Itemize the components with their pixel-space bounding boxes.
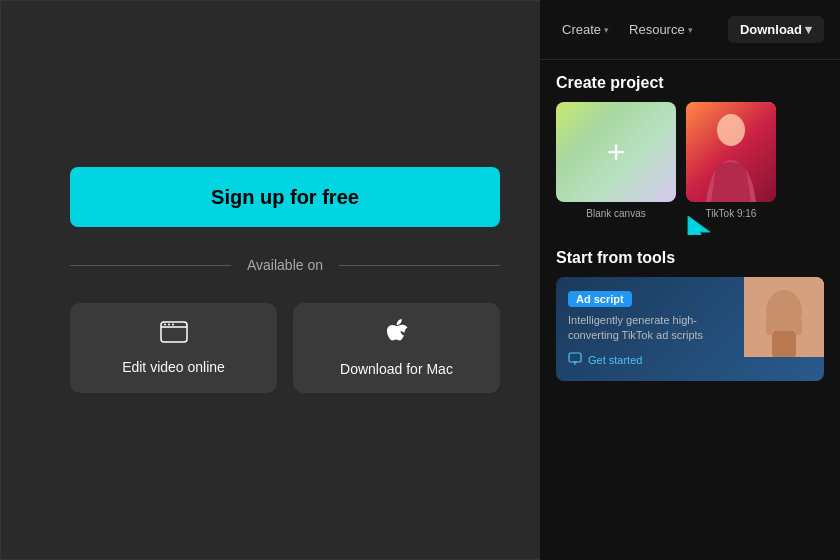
edit-online-button[interactable]: Edit video online [70,303,277,393]
create-label: Create [562,22,601,37]
tool-description: Intelligently generate high-converting T… [568,313,708,344]
chevron-down-icon-2: ▾ [688,25,693,35]
signup-button[interactable]: Sign up for free [70,167,500,227]
svg-rect-8 [569,353,581,362]
available-on-divider: Available on [70,257,500,273]
svg-point-2 [164,324,166,326]
monitor-icon [568,352,582,369]
tools-section: Start from tools Ad script Intelligently… [540,235,840,391]
tools-title: Start from tools [556,249,824,267]
download-mac-button[interactable]: Download for Mac [293,303,500,393]
tool-badge: Ad script [568,291,632,307]
create-prefix: C [556,74,568,91]
nav-item-create[interactable]: Create ▾ [556,18,615,41]
right-panel: Create ▾ Resource ▾ Download ▾ Create pr… [540,0,840,560]
chevron-down-icon-3: ▾ [805,22,812,37]
svg-rect-13 [772,331,796,357]
apple-icon [386,319,408,351]
download-mac-label: Download for Mac [340,361,453,377]
svg-point-3 [168,324,170,326]
tiktok-thumbnail [686,102,776,202]
ad-script-tool-card[interactable]: Ad script Intelligently generate high-co… [556,277,824,381]
edit-online-label: Edit video online [122,359,225,375]
blank-canvas-label: Blank canvas [586,208,645,219]
template-cards-row: + Blank canvas [540,102,840,235]
top-nav: Create ▾ Resource ▾ Download ▾ [540,0,840,60]
svg-point-4 [172,324,174,326]
divider-line-right [339,265,500,266]
svg-rect-15 [794,319,802,335]
available-on-label: Available on [247,257,323,273]
plus-icon: + [607,136,626,168]
svg-point-7 [717,114,745,146]
left-panel: Sign up for free Available on Edit video… [0,0,570,560]
platform-row: Edit video online Download for Mac [70,303,500,393]
blank-canvas-item: + Blank canvas [556,102,676,219]
browser-window-icon [160,321,188,349]
svg-marker-5 [688,216,710,235]
svg-rect-14 [766,317,774,335]
tool-image [744,277,824,357]
chevron-down-icon: ▾ [604,25,609,35]
tiktok-card[interactable] [686,102,776,202]
window-chrome [0,0,570,560]
blank-canvas-card[interactable]: + [556,102,676,202]
create-project-title: Create project [540,60,840,102]
nav-item-resource[interactable]: Resource ▾ [623,18,699,41]
resource-label: Resource [629,22,685,37]
tiktok-card-item: TikTok 9:16 [686,102,776,219]
get-started-label: Get started [588,354,642,366]
download-label: Download [740,22,802,37]
nav-item-download[interactable]: Download ▾ [728,16,824,43]
divider-line-left [70,265,231,266]
